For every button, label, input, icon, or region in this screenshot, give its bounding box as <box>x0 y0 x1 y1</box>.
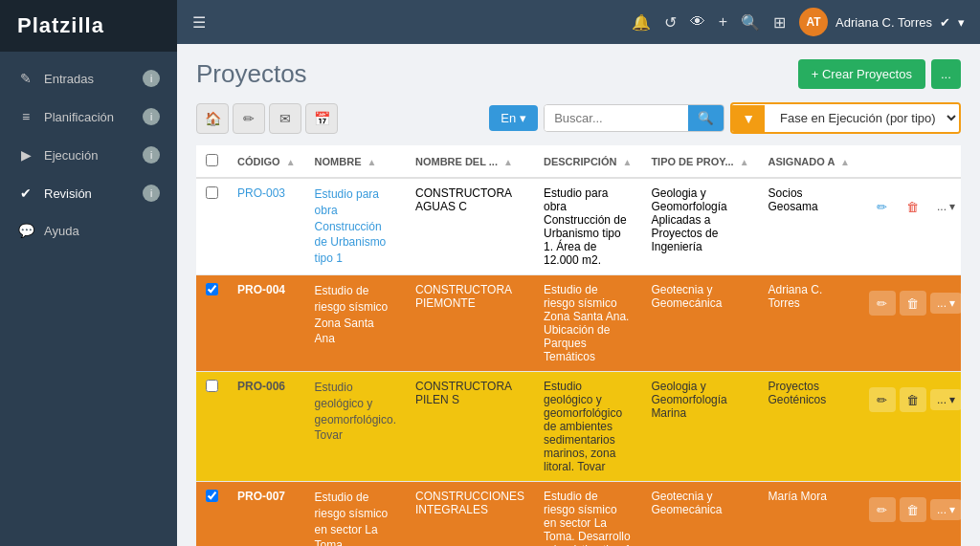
calendar-icon-btn[interactable]: 📅 <box>305 103 338 134</box>
email-icon-btn[interactable]: ✉ <box>269 103 301 134</box>
search-input[interactable] <box>545 105 688 131</box>
header-actions: + Crear Proyectos ... <box>798 59 961 89</box>
sidebar-item-label: Ejecución <box>44 148 98 163</box>
row-nombre-del: CONSTRUCCIONES INTEGRALES <box>406 482 534 547</box>
table-row: PRO-006 Estudio geológico y geomorfológi… <box>196 372 961 482</box>
row-descripcion: Estudio de riesgo sísmico en sector La T… <box>534 482 641 547</box>
edit-row-button[interactable]: ✏ <box>869 497 896 522</box>
th-codigo: CÓDIGO ▲ <box>228 145 305 178</box>
edit-row-button[interactable]: ✏ <box>869 194 896 219</box>
edit-icon-btn[interactable]: ✏ <box>233 103 265 134</box>
row-checkbox[interactable] <box>206 490 218 502</box>
row-tipo-proy: Geologia y Geomorfología Aplicadas a Pro… <box>641 178 758 275</box>
row-asignado: Socios Geosama <box>759 178 859 275</box>
avatar: AT <box>799 8 828 36</box>
sort-icon-codigo: ▲ <box>286 157 296 167</box>
sidebar-item-label: Revisión <box>44 186 92 201</box>
search-submit-btn[interactable]: 🔍 <box>688 105 724 131</box>
user-dropdown-icon[interactable]: ▾ <box>958 15 965 30</box>
sort-icon-nombre: ▲ <box>368 157 377 167</box>
table-row: PRO-004 Estudio de riesgo sísmico Zona S… <box>196 275 961 372</box>
th-checkbox <box>196 145 228 178</box>
user-info: AT Adriana C. Torres ✔ ▾ <box>799 8 965 36</box>
row-nombre[interactable]: Estudio de riesgo sísmico en sector La T… <box>305 482 406 547</box>
page-title: Proyectos <box>196 59 307 89</box>
sidebar-badge-revision: i <box>143 185 160 202</box>
filter-type-select[interactable]: Fase en Ejecución (por tipo) <box>768 104 959 132</box>
list-icon: ≡ <box>17 109 34 124</box>
row-checkbox[interactable] <box>206 283 218 295</box>
history-icon[interactable]: ↺ <box>664 13 677 32</box>
plus-icon[interactable]: + <box>719 13 727 31</box>
edit-icon: ✎ <box>17 71 34 86</box>
row-nombre[interactable]: Estudio para obra Construcción de Urbani… <box>305 178 406 275</box>
topbar: ☰ 🔔 ↺ 👁 + 🔍 ⊞ AT Adriana C. Torres ✔ ▾ <box>177 0 980 44</box>
filter-funnel-btn[interactable]: ▼ <box>732 105 765 132</box>
delete-row-button[interactable]: 🗑 <box>900 387 926 412</box>
row-actions-cell: ✏ 🗑 ... ▾ <box>859 178 961 275</box>
sidebar-item-label: Ayuda <box>44 224 79 238</box>
active-filter-box: ▼ Fase en Ejecución (por tipo) <box>730 102 961 134</box>
sidebar-item-ejecucion[interactable]: ▶ Ejecución i <box>0 136 177 174</box>
delete-row-button[interactable]: 🗑 <box>900 497 926 522</box>
row-nombre-del: CONSTRUCTORA PILEN S <box>406 372 534 482</box>
sidebar-badge-entradas: i <box>143 70 160 87</box>
search-box: 🔍 <box>544 104 724 132</box>
sidebar-item-label: Planificación <box>44 110 114 124</box>
toolbar: 🏠 ✏ ✉ 📅 En ▾ 🔍 ▼ Fase en Ejecució <box>196 102 961 134</box>
select-all-checkbox[interactable] <box>206 154 218 166</box>
create-proyectos-button[interactable]: + Crear Proyectos <box>798 59 925 89</box>
sidebar-item-planificacion[interactable]: ≡ Planificación i <box>0 98 177 136</box>
row-more-button[interactable]: ... ▾ <box>930 389 961 410</box>
edit-row-button[interactable]: ✏ <box>869 387 896 412</box>
menu-icon[interactable]: ☰ <box>192 13 206 32</box>
sort-icon-tipo: ▲ <box>740 157 749 167</box>
projects-table: CÓDIGO ▲ NOMBRE ▲ NOMBRE DEL ... ▲ DES <box>196 145 961 546</box>
user-check-icon: ✔ <box>940 15 950 30</box>
row-checkbox[interactable] <box>206 380 218 392</box>
row-codigo: PRO-007 <box>228 482 305 547</box>
sort-icon-descripcion: ▲ <box>622 157 632 167</box>
play-icon: ▶ <box>17 147 34 163</box>
row-nombre[interactable]: Estudio geológico y geomorfológico. Tova… <box>305 372 406 482</box>
lang-arrow-icon: ▾ <box>520 111 526 125</box>
row-nombre[interactable]: Estudio de riesgo sísmico Zona Santa Ana <box>305 275 406 372</box>
row-checkbox[interactable] <box>206 186 218 199</box>
sidebar-logo: Platzilla <box>0 0 177 52</box>
row-checkbox-cell <box>196 372 228 482</box>
sidebar-badge-planificacion: i <box>143 108 160 125</box>
row-more-button[interactable]: ... ▾ <box>930 499 961 520</box>
row-tipo-proy: Geotecnia y Geomecánica <box>641 275 758 372</box>
user-name: Adriana C. Torres <box>835 15 932 30</box>
sort-icon-nombre-del: ▲ <box>503 157 513 167</box>
row-more-button[interactable]: ... ▾ <box>930 293 961 314</box>
language-filter-btn[interactable]: En ▾ <box>489 105 538 131</box>
more-options-button[interactable]: ... <box>931 59 961 89</box>
bell-icon[interactable]: 🔔 <box>632 13 651 32</box>
row-descripcion: Estudio para obra Construcción de Urbani… <box>534 178 641 275</box>
th-nombre: NOMBRE ▲ <box>305 145 406 178</box>
check-icon: ✔ <box>17 186 34 201</box>
delete-row-button[interactable]: 🗑 <box>900 194 926 219</box>
eye-icon[interactable]: 👁 <box>690 13 705 31</box>
sidebar-item-ayuda[interactable]: 💬 Ayuda <box>0 212 177 249</box>
lang-label: En <box>501 111 516 125</box>
row-nombre-del: CONSTRUCTORA AGUAS C <box>406 178 534 275</box>
edit-row-button[interactable]: ✏ <box>869 291 896 316</box>
grid-icon[interactable]: ⊞ <box>773 13 786 32</box>
content-area: Proyectos + Crear Proyectos ... 🏠 ✏ ✉ 📅 … <box>177 44 980 546</box>
delete-row-button[interactable]: 🗑 <box>900 291 926 316</box>
th-actions <box>859 145 961 178</box>
table-row: PRO-007 Estudio de riesgo sísmico en sec… <box>196 482 961 547</box>
search-icon[interactable]: 🔍 <box>741 13 760 32</box>
sidebar-item-revision[interactable]: ✔ Revisión i <box>0 174 177 212</box>
th-descripcion: DESCRIPCIÓN ▲ <box>534 145 641 178</box>
row-nombre-del: CONSTRUCTORA PIEMONTE <box>406 275 534 372</box>
sidebar-nav: ✎ Entradas i ≡ Planificación i ▶ Ejecuci… <box>0 52 177 546</box>
th-nombre-del: NOMBRE DEL ... ▲ <box>406 145 534 178</box>
home-icon-btn[interactable]: 🏠 <box>196 103 229 134</box>
th-tipo-proy[interactable]: TIPO DE PROY... ▲ <box>641 145 758 178</box>
row-more-button[interactable]: ... ▾ <box>930 196 961 217</box>
sidebar-item-entradas[interactable]: ✎ Entradas i <box>0 59 177 98</box>
row-checkbox-cell <box>196 482 228 547</box>
